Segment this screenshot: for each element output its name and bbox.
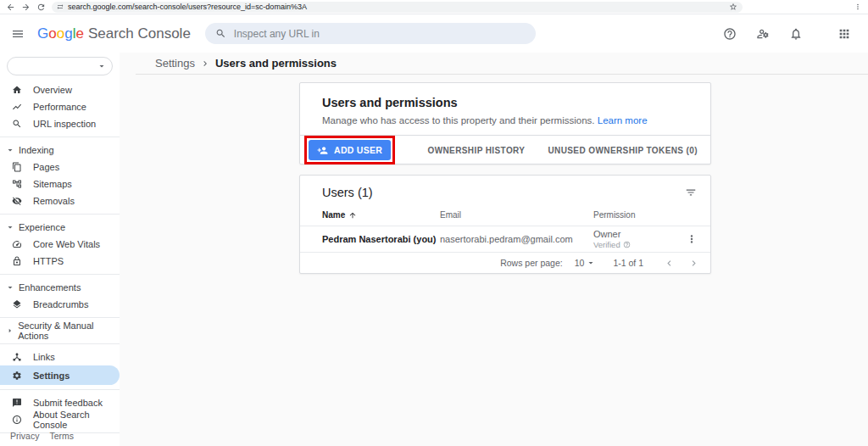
- table-row[interactable]: Pedram Nasertorabi (you) nasertorabi.ped…: [300, 226, 710, 253]
- notifications-bell-icon[interactable]: [789, 27, 803, 41]
- sidebar-item-pages[interactable]: Pages: [0, 159, 120, 176]
- unused-tokens-button[interactable]: UNUSED OWNERSHIP TOKENS (0): [548, 146, 698, 155]
- breadcrumb-current: Users and permissions: [215, 57, 337, 70]
- sidebar-item-label: Pages: [33, 162, 59, 172]
- address-bar[interactable]: search.google.com/search-console/users?r…: [52, 2, 743, 13]
- help-icon[interactable]: [723, 27, 737, 41]
- column-header-permission[interactable]: Permission: [593, 210, 682, 220]
- sidebar-section-experience[interactable]: Experience: [0, 219, 120, 236]
- sidebar-section-indexing[interactable]: Indexing: [0, 142, 120, 159]
- property-selector[interactable]: [7, 57, 113, 75]
- search-icon: [215, 28, 226, 39]
- sidebar-item-label: Overview: [33, 85, 72, 95]
- breadcrumb-settings[interactable]: Settings: [155, 57, 195, 70]
- column-header-name[interactable]: Name: [322, 210, 440, 220]
- layers-icon: [12, 299, 22, 309]
- sidebar-divider: [0, 137, 120, 137]
- help-circle-icon[interactable]: [623, 241, 631, 248]
- google-logo-letters: Google: [37, 25, 84, 42]
- section-caret-icon: [5, 282, 15, 293]
- browser-forward-icon[interactable]: [21, 3, 31, 12]
- site-permissions-icon[interactable]: [57, 3, 64, 10]
- column-header-email[interactable]: Email: [440, 210, 593, 220]
- browser-refresh-icon[interactable]: [36, 3, 46, 12]
- sidebar-item-url-inspection[interactable]: URL inspection: [0, 115, 120, 132]
- user-email-cell: nasertorabi.pedram@gmail.com: [440, 234, 593, 244]
- pages-icon: [12, 162, 22, 172]
- sidebar-item-label: Performance: [33, 102, 86, 112]
- sidebar-item-performance[interactable]: Performance: [0, 98, 120, 115]
- chevron-right-icon: [200, 59, 210, 69]
- sidebar-divider: [0, 214, 120, 215]
- verified-label: Verified: [593, 240, 620, 249]
- sidebar-divider: [0, 274, 120, 275]
- row-actions: [682, 233, 702, 245]
- manage-accounts-icon[interactable]: [756, 27, 770, 41]
- home-icon: [12, 85, 22, 95]
- lock-icon: [12, 256, 22, 266]
- sidebar-item-links[interactable]: Links: [0, 348, 120, 365]
- users-card: Users (1) Name Email Permission Pedram N…: [299, 175, 711, 274]
- search-icon: [12, 119, 22, 129]
- sidebar-item-label: Sitemaps: [33, 179, 72, 189]
- permissions-card: Users and permissions Manage who has acc…: [299, 82, 711, 164]
- breadcrumb: Settings Users and permissions: [136, 53, 868, 75]
- sidebar-item-label: About Search Console: [33, 410, 120, 430]
- sidebar-item-label: URL inspection: [33, 119, 96, 129]
- section-label: Security & Manual Actions: [18, 321, 120, 341]
- card-title: Users and permissions: [322, 96, 688, 109]
- sidebar-item-sitemaps[interactable]: Sitemaps: [0, 176, 120, 192]
- dropdown-caret-icon: [586, 258, 596, 268]
- hamburger-menu-icon[interactable]: [11, 27, 25, 41]
- sidebar-item-removals[interactable]: Removals: [0, 192, 120, 209]
- bookmark-star-icon[interactable]: [729, 3, 737, 11]
- user-permission-cell: Owner Verified: [593, 229, 682, 249]
- card-secondary-actions: OWNERSHIP HISTORY UNUSED OWNERSHIP TOKEN…: [427, 146, 698, 155]
- sidebar-divider: [0, 389, 120, 390]
- users-card-header: Users (1): [300, 176, 710, 204]
- product-name: Search Console: [88, 25, 191, 42]
- table-pagination: Rows per page: 10 1-1 of 1: [300, 253, 710, 273]
- sidebar-nav: Overview Performance URL inspection Inde…: [0, 53, 120, 446]
- sidebar-section-enhancements[interactable]: Enhancements: [0, 279, 120, 296]
- next-page-icon[interactable]: [688, 258, 699, 269]
- rows-per-page-select[interactable]: 10: [575, 258, 597, 268]
- speed-gauge-icon: [12, 239, 22, 249]
- app-logo[interactable]: Google Search Console: [37, 25, 191, 42]
- card-description: Manage who has access to this property a…: [322, 115, 688, 125]
- link-hub-icon: [12, 352, 22, 362]
- terms-link[interactable]: Terms: [49, 431, 74, 441]
- sitemap-tree-icon: [12, 179, 22, 189]
- privacy-link[interactable]: Privacy: [10, 431, 39, 441]
- ownership-history-button[interactable]: OWNERSHIP HISTORY: [427, 146, 525, 155]
- learn-more-link[interactable]: Learn more: [598, 115, 648, 125]
- sidebar-item-submit-feedback[interactable]: Submit feedback: [0, 394, 120, 411]
- sidebar-divider: [0, 317, 120, 318]
- sidebar-section-security-manual-actions[interactable]: Security & Manual Actions: [0, 322, 120, 339]
- sidebar-item-label: Links: [33, 352, 55, 362]
- sidebar-item-breadcrumbs[interactable]: Breadcrumbs: [0, 296, 120, 313]
- filter-icon[interactable]: [685, 187, 697, 198]
- sidebar-item-label: Breadcrumbs: [33, 299, 88, 309]
- description-text: Manage who has access to this property a…: [322, 115, 595, 125]
- more-vert-icon[interactable]: [686, 233, 698, 245]
- sidebar-item-https[interactable]: HTTPS: [0, 253, 120, 270]
- rows-per-page-value: 10: [575, 258, 585, 268]
- sidebar-item-settings[interactable]: Settings: [0, 365, 120, 385]
- sidebar-item-overview[interactable]: Overview: [0, 81, 120, 98]
- address-url[interactable]: search.google.com/search-console/users?r…: [68, 3, 725, 11]
- url-inspection-search[interactable]: Inspect any URL in: [205, 23, 536, 44]
- permission-value: Owner: [593, 229, 682, 239]
- add-user-button[interactable]: ADD USER: [309, 140, 391, 160]
- add-user-label: ADD USER: [334, 145, 382, 155]
- sidebar-item-about[interactable]: About Search Console: [0, 411, 120, 428]
- sidebar-divider: [0, 343, 120, 344]
- table-header-row: Name Email Permission: [300, 204, 710, 226]
- previous-page-icon[interactable]: [664, 258, 675, 269]
- browser-back-icon[interactable]: [6, 3, 15, 12]
- browser-toolbar: search.google.com/search-console/users?r…: [0, 0, 868, 14]
- sidebar-item-core-web-vitals[interactable]: Core Web Vitals: [0, 236, 120, 253]
- annotation-highlight-box: ADD USER: [304, 136, 395, 164]
- google-apps-grid-icon[interactable]: [837, 27, 851, 41]
- browser-menu-icon[interactable]: [854, 3, 862, 11]
